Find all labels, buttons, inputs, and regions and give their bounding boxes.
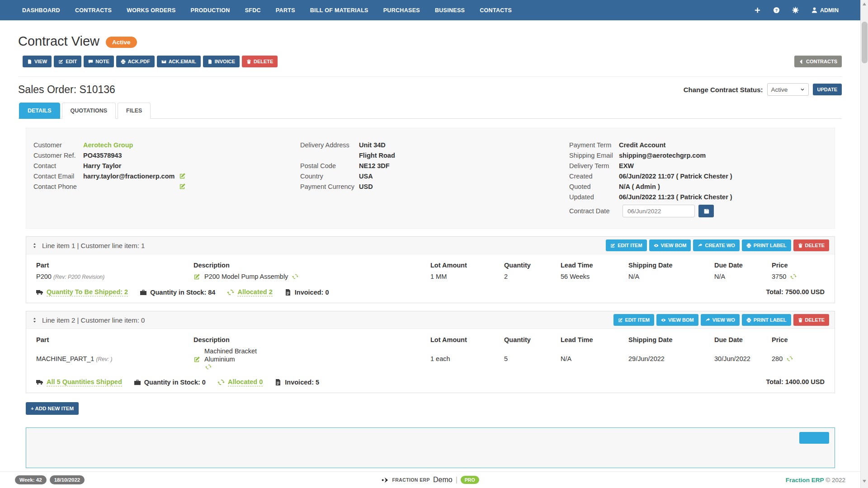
shipping-date-cell: N/A bbox=[628, 273, 714, 280]
delivery-term-label: Delivery Term bbox=[569, 162, 619, 170]
nav-item-production[interactable]: PRODUCTION bbox=[191, 7, 230, 14]
cutoff-button[interactable] bbox=[799, 432, 829, 444]
contract-date-label: Contract Date bbox=[569, 207, 619, 216]
invoiced-status: Invoiced: 5 bbox=[274, 379, 319, 386]
nav-item-dashboard[interactable]: DASHBOARD bbox=[22, 7, 60, 14]
price-value: 280 bbox=[772, 355, 783, 362]
nav-item-sfdc[interactable]: SFDC bbox=[245, 7, 261, 14]
plus-icon[interactable] bbox=[754, 7, 761, 14]
delete-button[interactable]: DELETE bbox=[242, 56, 278, 67]
tab-quotations[interactable]: QUOTATIONS bbox=[62, 103, 116, 119]
contact-label: Contact bbox=[33, 162, 83, 170]
update-status-button[interactable]: UPDATE bbox=[813, 84, 842, 95]
svg-text:?: ? bbox=[775, 8, 778, 13]
gear-icon[interactable] bbox=[792, 7, 799, 14]
nav-item-bill-of-materials[interactable]: BILL OF MATERIALS bbox=[310, 7, 368, 14]
ack-email-button[interactable]: ACK.EMAIL bbox=[157, 56, 201, 67]
scrollbar-down-arrow[interactable] bbox=[863, 480, 866, 483]
print-label-button[interactable]: PRINT LABEL bbox=[742, 314, 791, 326]
box-icon bbox=[134, 379, 141, 386]
col-part: Part bbox=[36, 336, 193, 347]
edit-item-button[interactable]: EDIT ITEM bbox=[613, 314, 654, 326]
due-date-cell: N/A bbox=[714, 273, 772, 280]
col-lot-amount: Lot Amount bbox=[430, 262, 504, 273]
delete-item-button[interactable]: DELETE bbox=[793, 314, 829, 326]
view-button[interactable]: VIEW bbox=[23, 56, 52, 67]
divider bbox=[18, 76, 842, 77]
status-badge: Active bbox=[106, 37, 137, 48]
tab-files[interactable]: FILES bbox=[118, 103, 151, 119]
invoice-button[interactable]: INVOICE bbox=[203, 56, 240, 67]
brand-small-label: FRACTION ERP bbox=[392, 477, 430, 483]
refresh-price-icon[interactable] bbox=[787, 356, 793, 362]
envelope-icon bbox=[161, 59, 166, 64]
customer-link[interactable]: Aerotech Group bbox=[83, 141, 133, 150]
due-date-cell: 30/Jun/2022 bbox=[714, 355, 772, 362]
payment-term-value: Credit Account bbox=[619, 141, 665, 150]
help-icon[interactable]: ? bbox=[773, 7, 780, 14]
user-menu[interactable]: ADMIN bbox=[811, 7, 839, 14]
col-lot-amount: Lot Amount bbox=[430, 336, 504, 347]
edit-item-button[interactable]: EDIT ITEM bbox=[606, 239, 646, 251]
refresh-description-icon[interactable] bbox=[205, 364, 212, 370]
sort-handle-icon[interactable] bbox=[32, 317, 38, 323]
shipping-date-cell: 29/Jun/2022 bbox=[628, 355, 714, 362]
col-part: Part bbox=[36, 262, 193, 273]
allocated-link[interactable]: Allocated 0 bbox=[228, 378, 263, 386]
quantities-shipped-link[interactable]: All 5 Quantities Shipped bbox=[47, 378, 122, 386]
col-due-date: Due Date bbox=[714, 262, 772, 273]
contract-status-select[interactable]: Active bbox=[767, 83, 809, 96]
part-cell: P200 (Rev: P200 Revision) bbox=[36, 273, 193, 280]
postal-code-value: NE12 3DF bbox=[359, 162, 390, 170]
nav-item-contacts[interactable]: CONTACTS bbox=[480, 7, 512, 14]
back-to-contracts-button[interactable]: CONTRACTS bbox=[794, 56, 842, 67]
col-quantity: Quantity bbox=[504, 336, 561, 347]
nav-item-business[interactable]: BUSINESS bbox=[435, 7, 465, 14]
col-lead-time: Lead Time bbox=[561, 336, 628, 347]
create-wo-button[interactable]: CREATE WO bbox=[693, 239, 739, 251]
refresh-description-icon[interactable] bbox=[292, 273, 298, 280]
scrollbar-thumb[interactable] bbox=[862, 22, 868, 63]
line-item-3-panel-partial bbox=[26, 427, 835, 468]
scrollbar-up-arrow[interactable] bbox=[863, 3, 866, 5]
nav-item-purchases[interactable]: PURCHASES bbox=[383, 7, 420, 14]
nav-item-contracts[interactable]: CONTRACTS bbox=[75, 7, 112, 14]
contract-details-panel: CustomerAerotech Group Customer Ref.PO43… bbox=[26, 128, 835, 229]
trash-icon bbox=[246, 59, 251, 64]
part-revision: (Rev: P200 Revision) bbox=[53, 274, 104, 280]
print-label-button[interactable]: PRINT LABEL bbox=[742, 239, 791, 251]
allocated-link[interactable]: Allocated 2 bbox=[237, 288, 272, 296]
stock-status: Quantity in Stock: 0 bbox=[134, 379, 206, 386]
sort-handle-icon[interactable] bbox=[32, 243, 38, 249]
quantity-cell: 5 bbox=[504, 355, 561, 362]
view-bom-button[interactable]: VIEW BOM bbox=[649, 239, 691, 251]
scrollbar[interactable] bbox=[860, 0, 868, 488]
ack-pdf-button[interactable]: ACK.PDF bbox=[116, 56, 155, 67]
delete-item-button[interactable]: DELETE bbox=[793, 239, 829, 251]
add-new-item-button[interactable]: + ADD NEW ITEM bbox=[26, 402, 79, 415]
view-bom-button[interactable]: VIEW BOM bbox=[656, 314, 698, 326]
tab-details[interactable]: DETAILS bbox=[19, 103, 60, 119]
quantity-to-be-shipped-link[interactable]: Quantity To Be Shipped: 2 bbox=[47, 288, 128, 296]
col-lead-time: Lead Time bbox=[561, 262, 628, 273]
edit-contact-phone-icon[interactable] bbox=[179, 183, 186, 190]
edit-description-icon[interactable] bbox=[193, 273, 200, 280]
invoice-file-icon bbox=[274, 379, 282, 386]
nav-item-parts[interactable]: PARTS bbox=[276, 7, 295, 14]
contact-value: Harry Taylor bbox=[83, 162, 121, 170]
description-cell: P200 Model Pump Assembly bbox=[193, 273, 430, 280]
edit-contact-email-icon[interactable] bbox=[179, 173, 186, 179]
refresh-price-icon[interactable] bbox=[790, 273, 797, 280]
lot-amount-cell: 1 each bbox=[430, 355, 504, 362]
save-contract-date-button[interactable] bbox=[698, 205, 714, 217]
demo-label: Demo bbox=[433, 476, 453, 484]
edit-description-icon[interactable] bbox=[193, 356, 200, 363]
edit-button[interactable]: EDIT bbox=[54, 56, 81, 67]
delete-button-label: DELETE bbox=[254, 59, 273, 64]
part-number: P200 bbox=[36, 273, 52, 280]
contract-date-input[interactable] bbox=[623, 205, 695, 217]
view-wo-button[interactable]: VIEW WO bbox=[701, 314, 740, 326]
note-button[interactable]: NOTE bbox=[84, 56, 114, 67]
view-button-label: VIEW bbox=[34, 59, 47, 64]
nav-item-works-orders[interactable]: WORKS ORDERS bbox=[127, 7, 175, 14]
